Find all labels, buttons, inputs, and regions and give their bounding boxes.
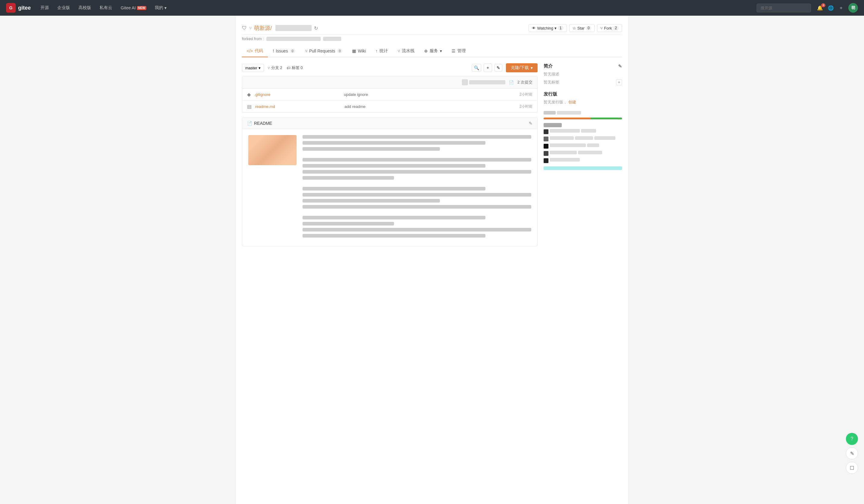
toolbar-icons: 🔍 ＋ ✎ — [472, 64, 502, 72]
edit-intro-icon[interactable]: ✎ — [618, 64, 622, 69]
issues-count: 0 — [290, 49, 295, 53]
readme-content — [248, 135, 531, 240]
readme-edit-icon[interactable]: ✎ — [529, 121, 532, 126]
repo-actions: 👁 Watching ▾ 1 ☆ Star 0 ⑂ Fork 2 — [529, 24, 622, 32]
add-tag-button[interactable]: ＋ — [616, 79, 622, 85]
readme-section: 📄 README ✎ — [242, 118, 538, 246]
nav-private-cloud[interactable]: 私有云 — [96, 3, 116, 12]
sidebar-tags-row: 暂无标签 ＋ — [544, 79, 622, 85]
tab-stats[interactable]: ↑ 统计 — [371, 45, 393, 57]
branch-selector[interactable]: master ▾ — [242, 64, 264, 72]
lang-segment-orange — [544, 118, 591, 119]
repo-fork-icon: ⑂ — [249, 26, 252, 30]
search-input[interactable] — [757, 4, 811, 12]
navbar: G gitee 开源 企业版 高校版 私有云 Gitee AI NEW 我的 ▾… — [0, 0, 864, 16]
main-content: master ▾ ⑂ 分支 2 🏷 标签 0 🔍 ＋ — [242, 63, 538, 246]
tab-management[interactable]: ☰ 管理 — [447, 45, 471, 57]
table-row: ◆ .gitignore update ignore 2小时前 — [242, 89, 537, 101]
nav-open-source[interactable]: 开源 — [37, 3, 52, 12]
commit-count: 2 次提交 — [517, 79, 532, 85]
tab-pull-requests[interactable]: ⑂ Pull Requests 0 — [300, 46, 348, 57]
navbar-brand-text: gitee — [18, 5, 31, 11]
repo-header: 🛡 ⑂ 萌新源/ ↻ 👁 Watching ▾ 1 ☆ Star 0 ⑂ For… — [242, 21, 622, 35]
repo-tabs: </> 代码 ! Issues 0 ⑂ Pull Requests 0 ▦ Wi… — [242, 45, 622, 57]
sidebar-languages — [544, 111, 622, 170]
sidebar-blurred-row-1 — [544, 111, 622, 116]
sidebar-release: 发行版 暂无发行版， 创建 — [544, 91, 622, 105]
file-commit-msg-readme: add readme — [345, 104, 516, 109]
sidebar-contrib-area — [544, 123, 622, 170]
refresh-icon[interactable]: ↻ — [314, 25, 318, 31]
sidebar: 简介 ✎ 暂无描述 暂无标签 ＋ 发行版 暂无发行版， 创建 — [544, 63, 622, 246]
pr-count: 0 — [337, 49, 343, 53]
sidebar-no-release: 暂无发行版， 创建 — [544, 99, 622, 105]
web-editor-icon-btn[interactable]: ✎ — [494, 64, 502, 72]
feedback-edit-button[interactable]: ✎ — [846, 447, 858, 459]
shield-icon: 🛡 — [242, 25, 247, 31]
sidebar-no-desc: 暂无描述 — [544, 72, 622, 77]
repo-owner[interactable]: 萌新源/ — [254, 24, 272, 32]
search-icon-btn[interactable]: 🔍 — [472, 64, 481, 72]
lang-segment-green — [591, 118, 622, 119]
navbar-right: 🔔 4 🌐 ＋ 萌 — [817, 3, 858, 13]
table-row: ▤ readme.md add readme 2小时前 — [242, 101, 537, 112]
readme-text — [303, 135, 531, 240]
chat-button[interactable]: ☐ — [846, 462, 858, 474]
readme-file-icon: ▤ — [247, 104, 252, 109]
avatar[interactable]: 萌 — [848, 3, 858, 13]
readme-header: 📄 README ✎ — [242, 118, 537, 129]
branches-count: ⑂ 分支 2 — [267, 65, 283, 71]
file-commit-msg-gitignore: update ignore — [344, 92, 516, 97]
navbar-brand[interactable]: G gitee — [6, 3, 31, 13]
nav-enterprise[interactable]: 企业版 — [54, 3, 74, 12]
content-area: master ▾ ⑂ 分支 2 🏷 标签 0 🔍 ＋ — [242, 63, 622, 246]
readme-body — [242, 129, 537, 246]
tags-count: 🏷 标签 0 — [287, 65, 303, 71]
readme-image — [248, 135, 297, 165]
repo-title-area: 🛡 ⑂ 萌新源/ ↻ — [242, 24, 318, 32]
notification-count: 4 — [821, 3, 825, 7]
file-name-gitignore[interactable]: .gitignore — [254, 92, 340, 97]
fork-button[interactable]: ⑂ Fork 2 — [597, 24, 622, 32]
forked-from-blurred-2 — [323, 37, 341, 41]
file-time-readme: 2小时前 — [519, 104, 532, 109]
plus-icon[interactable]: ＋ — [839, 5, 843, 11]
language-bar — [544, 118, 622, 119]
nav-university[interactable]: 高校版 — [75, 3, 95, 12]
float-buttons: ? ✎ ☐ — [846, 433, 858, 474]
sidebar-intro-title: 简介 ✎ — [544, 63, 622, 69]
branches-info: ⑂ 分支 2 🏷 标签 0 — [267, 65, 303, 71]
repo-toolbar: master ▾ ⑂ 分支 2 🏷 标签 0 🔍 ＋ — [242, 63, 538, 72]
sidebar-no-tags: 暂无标签 — [544, 79, 559, 85]
header-blurred — [469, 80, 505, 84]
fork-count: 2 — [613, 26, 619, 30]
star-count: 0 — [586, 26, 591, 30]
commit-avatar — [462, 79, 468, 85]
nav-my[interactable]: 我的 ▾ — [151, 3, 170, 12]
create-release-link[interactable]: 创建 — [568, 100, 576, 104]
readme-title: 📄 README — [247, 121, 272, 126]
tab-wiki[interactable]: ▦ Wiki — [347, 46, 371, 57]
file-time-gitignore: 2小时前 — [519, 92, 532, 97]
main-container: 🛡 ⑂ 萌新源/ ↻ 👁 Watching ▾ 1 ☆ Star 0 ⑂ For… — [236, 16, 628, 504]
notification-bell-icon[interactable]: 🔔 4 — [817, 5, 823, 11]
tab-issues[interactable]: ! Issues 0 — [268, 46, 300, 57]
file-name-readme[interactable]: readme.md — [255, 104, 341, 109]
clone-download-button[interactable]: 克隆/下载 ▾ — [506, 63, 538, 72]
repo-name-blurred — [275, 25, 312, 31]
location-icon[interactable]: 🌐 — [828, 5, 834, 11]
tab-code[interactable]: </> 代码 — [242, 45, 268, 57]
gitee-logo-icon: G — [6, 3, 16, 13]
gitignore-icon: ◆ — [247, 91, 251, 97]
file-table-header: 📄 2 次提交 — [242, 76, 537, 89]
tab-services[interactable]: ⊕ 服务 ▾ — [419, 45, 447, 57]
navbar-links: 开源 企业版 高校版 私有云 Gitee AI NEW 我的 ▾ — [37, 3, 751, 12]
sidebar-intro: 简介 ✎ 暂无描述 暂无标签 ＋ — [544, 63, 622, 85]
forked-from: forked from : — [242, 35, 622, 44]
add-file-icon-btn[interactable]: ＋ — [483, 64, 492, 72]
star-button[interactable]: ☆ Star 0 — [569, 24, 595, 32]
watching-button[interactable]: 👁 Watching ▾ 1 — [529, 24, 566, 32]
nav-gitee-ai[interactable]: Gitee AI NEW — [117, 4, 150, 12]
help-button[interactable]: ? — [846, 433, 858, 445]
tab-pipeline[interactable]: ⑂ 流水线 — [393, 45, 419, 57]
